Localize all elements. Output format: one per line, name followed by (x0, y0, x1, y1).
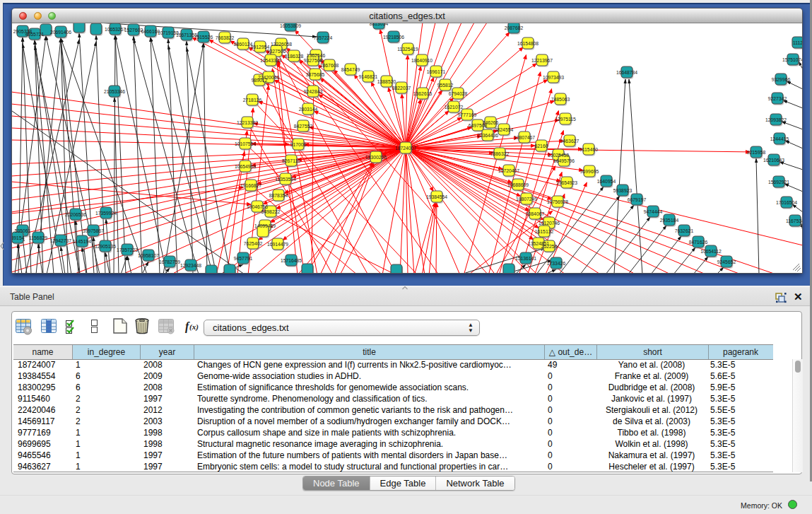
svg-text:3875685: 3875685 (306, 72, 325, 77)
svg-text:8215958: 8215958 (747, 150, 766, 155)
svg-text:16210643: 16210643 (763, 158, 784, 163)
svg-text:15716485: 15716485 (281, 258, 302, 263)
svg-text:9777169: 9777169 (458, 112, 477, 117)
svg-text:9084067: 9084067 (526, 211, 545, 216)
svg-text:18724007: 18724007 (395, 146, 416, 151)
svg-text:9329966: 9329966 (772, 77, 791, 82)
svg-text:12942737: 12942737 (50, 238, 71, 243)
svg-text:16495796: 16495796 (553, 158, 575, 163)
svg-text:8471626: 8471626 (689, 240, 708, 245)
svg-text:21053346: 21053346 (104, 89, 125, 94)
svg-text:2087682: 2087682 (505, 25, 524, 30)
svg-text:9245652: 9245652 (717, 259, 736, 264)
svg-text:10046756: 10046756 (247, 204, 268, 209)
svg-text:7357224: 7357224 (314, 35, 333, 40)
svg-text:39154: 39154 (12, 235, 25, 240)
svg-text:6497508: 6497508 (469, 123, 488, 128)
svg-text:535061: 535061 (15, 228, 31, 233)
svg-text:10654112: 10654112 (700, 249, 722, 254)
svg-text:5938923: 5938923 (613, 188, 632, 193)
svg-text:8186328: 8186328 (285, 54, 304, 59)
svg-text:1112: 1112 (793, 40, 802, 45)
svg-text:10025458: 10025458 (548, 153, 569, 158)
svg-text:2718126: 2718126 (243, 98, 262, 103)
svg-text:17359924: 17359924 (95, 211, 117, 216)
svg-text:62160: 62160 (535, 144, 548, 148)
svg-text:16154808: 16154808 (517, 41, 539, 46)
svg-text:12213967: 12213967 (531, 58, 553, 63)
svg-text:7625402: 7625402 (244, 241, 263, 246)
svg-text:20691406: 20691406 (50, 30, 71, 35)
svg-text:1145194: 1145194 (73, 239, 91, 244)
svg-text:19166827: 19166827 (240, 183, 261, 188)
svg-text:10653267: 10653267 (105, 27, 126, 32)
svg-text:9463627: 9463627 (560, 139, 579, 144)
svg-text:12923448: 12923448 (180, 263, 201, 268)
svg-text:19654923: 19654923 (556, 180, 577, 185)
svg-text:17016504: 17016504 (776, 200, 797, 205)
svg-text:12213382: 12213382 (237, 120, 258, 125)
svg-text:8878354: 8878354 (269, 193, 288, 198)
svg-text:14099489: 14099489 (254, 223, 276, 228)
svg-text:12905135: 12905135 (95, 244, 116, 249)
svg-text:1621072: 1621072 (445, 105, 464, 110)
svg-text:9457791: 9457791 (234, 256, 253, 261)
svg-text:15720407: 15720407 (498, 168, 519, 173)
svg-text:8860124: 8860124 (234, 42, 253, 47)
svg-text:11353594: 11353594 (275, 177, 296, 182)
svg-text:1362546: 1362546 (307, 53, 326, 58)
svg-text:7515526: 7515526 (194, 35, 213, 40)
svg-text:10807467: 10807467 (514, 135, 535, 140)
svg-text:4055721: 4055721 (25, 32, 45, 37)
svg-text:16120746: 16120746 (539, 221, 560, 226)
svg-text:5498222: 5498222 (261, 209, 281, 214)
svg-text:1733426: 1733426 (547, 261, 566, 266)
svg-text:16648784: 16648784 (616, 70, 637, 75)
svg-text:18640910: 18640910 (411, 58, 433, 63)
svg-text:10688609: 10688609 (507, 182, 529, 187)
svg-text:7886322: 7886322 (490, 151, 510, 156)
svg-text:16914479: 16914479 (267, 242, 288, 247)
svg-text:3824554: 3824554 (495, 127, 514, 132)
svg-text:9242843: 9242843 (304, 89, 323, 94)
svg-text:8427552: 8427552 (294, 124, 313, 129)
svg-text:10958107: 10958107 (138, 253, 159, 258)
svg-text:10107554: 10107554 (235, 141, 256, 146)
svg-text:(x): (x) (189, 322, 199, 332)
svg-text:17357223: 17357223 (117, 247, 138, 252)
svg-text:2803144: 2803144 (299, 107, 318, 112)
svg-text:955812: 955812 (437, 83, 454, 88)
svg-text:9327508: 9327508 (304, 58, 323, 63)
svg-text:6794028: 6794028 (449, 91, 468, 96)
svg-text:8822037: 8822037 (392, 86, 411, 90)
svg-text:1244415: 1244415 (770, 136, 789, 141)
svg-text:1362615: 1362615 (413, 91, 433, 96)
svg-text:12093822: 12093822 (765, 117, 787, 122)
svg-text:2935184: 2935184 (660, 218, 679, 223)
svg-text:19756928: 19756928 (547, 199, 568, 204)
svg-text:13226058: 13226058 (271, 42, 292, 47)
svg-text:19384554: 19384554 (426, 194, 447, 199)
svg-text:1167534: 1167534 (786, 218, 802, 223)
svg-text:1696171: 1696171 (427, 69, 446, 74)
svg-text:15692921: 15692921 (768, 180, 789, 185)
svg-text:1640954: 1640954 (597, 179, 616, 184)
svg-text:11325419: 11325419 (397, 47, 418, 52)
svg-text:9474444: 9474444 (644, 209, 663, 214)
svg-text:18300295: 18300295 (365, 155, 387, 160)
svg-text:19218506: 19218506 (383, 35, 404, 40)
svg-text:20364436: 20364436 (477, 133, 498, 138)
svg-text:1615132: 1615132 (535, 229, 554, 234)
svg-text:2867608: 2867608 (320, 63, 339, 68)
svg-text:9227342: 9227342 (768, 96, 787, 101)
svg-text:252254: 252254 (541, 244, 558, 249)
svg-text:15136141: 15136141 (515, 256, 536, 261)
svg-text:10654998: 10654998 (235, 164, 256, 169)
svg-text:7663822: 7663822 (216, 35, 235, 40)
svg-text:7485063: 7485063 (551, 97, 570, 102)
svg-text:16782759: 16782759 (159, 259, 180, 264)
svg-text:9699695: 9699695 (580, 169, 599, 174)
svg-text:8454749: 8454749 (341, 67, 360, 72)
svg-text:39975867: 39975867 (83, 228, 104, 233)
svg-text:9327506: 9327506 (267, 49, 286, 54)
